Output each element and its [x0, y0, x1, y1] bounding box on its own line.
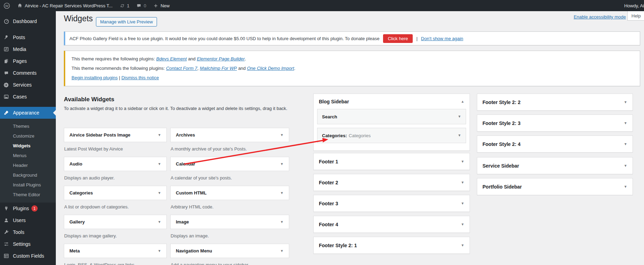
- menu-item-posts[interactable]: Posts: [0, 31, 56, 43]
- chevron-down-icon[interactable]: ▼: [461, 244, 464, 247]
- chevron-down-icon[interactable]: ▼: [158, 133, 161, 137]
- elementor-link[interactable]: Elementor Page Builder: [197, 56, 245, 61]
- new-label: New: [160, 3, 170, 8]
- submenu-item-theme-editor[interactable]: Theme Editor: [0, 190, 56, 199]
- menu-item-plugins[interactable]: Plugins 1: [0, 203, 56, 214]
- chevron-down-icon[interactable]: ▼: [280, 133, 284, 137]
- submenu-item-themes[interactable]: Themes: [0, 121, 56, 131]
- menu-item-comments[interactable]: Comments: [0, 67, 56, 79]
- home-icon: [17, 3, 23, 8]
- chevron-down-icon[interactable]: ▼: [158, 191, 161, 195]
- chevron-down-icon[interactable]: ▼: [624, 122, 627, 125]
- chevron-down-icon[interactable]: ▼: [624, 101, 627, 104]
- widget-gallery[interactable]: Gallery ▼: [64, 215, 167, 229]
- menu-label: Comments: [13, 70, 37, 76]
- blog-sidebar-toggle[interactable]: Blog Sidebar ▲: [314, 94, 470, 109]
- sidebar-toggle[interactable]: Footer Style 2: 3 ▼: [477, 115, 632, 132]
- mailchimp-link[interactable]: Mailchimp For WP: [200, 66, 237, 71]
- widget-airvice-sidebar-posts-image[interactable]: Airvice Sidebar Posts Image ▼: [64, 128, 167, 142]
- begin-installing-plugins-link[interactable]: Begin installing plugins: [72, 75, 118, 80]
- submenu-item-customize[interactable]: Customize: [0, 131, 56, 141]
- site-link[interactable]: Airvice - AC Repair Services WordPress T…: [14, 0, 116, 11]
- widget-image[interactable]: Image ▼: [170, 215, 289, 229]
- chevron-down-icon[interactable]: ▼: [461, 181, 464, 184]
- chevron-down-icon[interactable]: ▼: [624, 164, 627, 168]
- chevron-down-icon[interactable]: ▼: [158, 249, 161, 253]
- new-content-menu[interactable]: New: [150, 0, 173, 11]
- sidebar-toggle[interactable]: Footer 2 ▼: [314, 174, 470, 191]
- chevron-down-icon[interactable]: ▼: [458, 134, 461, 137]
- menu-item-dashboard[interactable]: Dashboard: [0, 15, 56, 27]
- chevron-down-icon[interactable]: ▼: [280, 191, 284, 195]
- notice-message: ACF Photo Gallery Field is a free to use…: [69, 36, 380, 41]
- comment-bubble-icon: [136, 3, 142, 8]
- sidebar-toggle[interactable]: Footer Style 2: 2 ▼: [477, 94, 632, 111]
- widget-description: Login, RSS, & WordPress.org links.: [64, 262, 167, 265]
- menu-item-custom-fields[interactable]: Custom Fields: [0, 250, 56, 262]
- chevron-down-icon[interactable]: ▼: [458, 115, 461, 118]
- bdevs-element-link[interactable]: Bdevs Element: [156, 56, 187, 61]
- sidebar-toggle[interactable]: Footer Style 2: 4 ▼: [477, 136, 632, 153]
- menu-item-settings[interactable]: Settings: [0, 238, 56, 250]
- donate-click-here-button[interactable]: Click here: [383, 34, 413, 43]
- widget-description: Displays an image.: [170, 233, 289, 238]
- admin-menu: Dashboard Posts Media Pages Comments: [0, 11, 56, 265]
- menu-item-pages[interactable]: Pages: [0, 55, 56, 67]
- chevron-down-icon[interactable]: ▼: [280, 249, 284, 253]
- menu-label: Plugins: [13, 206, 29, 211]
- chevron-down-icon[interactable]: ▼: [461, 202, 464, 205]
- dont-show-again-link[interactable]: Don't show me again: [421, 36, 463, 41]
- widget-categories[interactable]: Categories ▼: [64, 186, 167, 200]
- widget-navigation-menu[interactable]: Navigation Menu ▼: [170, 244, 289, 258]
- available-widgets-description: To activate a widget drag it to a sideba…: [64, 105, 293, 112]
- wordpress-logo-menu[interactable]: W: [0, 0, 14, 11]
- available-widget-cell: Archives ▼ A monthly archive of your sit…: [170, 128, 289, 152]
- widget-archives[interactable]: Archives ▼: [170, 128, 289, 142]
- chevron-down-icon[interactable]: ▼: [624, 142, 627, 146]
- placed-widget-categories[interactable]: Categories:Categories ▼: [317, 128, 466, 143]
- updates-menu[interactable]: 1: [116, 0, 133, 11]
- widget-custom-html[interactable]: Custom HTML ▼: [170, 186, 289, 200]
- available-widget-cell: Meta ▼ Login, RSS, & WordPress.org links…: [64, 244, 167, 265]
- widget-audio[interactable]: Audio ▼: [64, 157, 167, 171]
- manage-live-preview-button[interactable]: Manage with Live Preview: [96, 17, 157, 27]
- submenu-item-install-plugins[interactable]: Install Plugins: [0, 180, 56, 190]
- sidebar-toggle[interactable]: Portfolio Sidebar ▼: [477, 178, 632, 195]
- menu-item-appearance[interactable]: Appearance: [0, 107, 56, 119]
- contact-form-7-link[interactable]: Contact Form 7: [166, 66, 197, 71]
- widget-meta[interactable]: Meta ▼: [64, 244, 167, 258]
- placed-widget-search[interactable]: Search ▼: [317, 109, 466, 124]
- sidebar-toggle[interactable]: Service Sidebar ▼: [477, 157, 632, 174]
- menu-item-cases[interactable]: Cases: [0, 91, 56, 103]
- widget-calendar[interactable]: Calendar ▼: [170, 157, 289, 171]
- menu-label: Services: [13, 82, 32, 88]
- sidebar-toggle[interactable]: Footer 3 ▼: [314, 195, 470, 212]
- accessibility-mode-link[interactable]: Enable accessibility mode: [574, 14, 626, 20]
- submenu-item-header[interactable]: Header: [0, 160, 56, 170]
- comments-count: 0: [144, 3, 146, 8]
- sidebar-toggle[interactable]: Footer 4 ▼: [314, 216, 470, 233]
- chevron-down-icon[interactable]: ▼: [158, 162, 161, 166]
- chevron-down-icon[interactable]: ▼: [461, 160, 464, 163]
- menu-item-services[interactable]: Services: [0, 79, 56, 91]
- howdy-account-menu[interactable]: Howdy, Ai: [621, 0, 644, 11]
- chevron-down-icon[interactable]: ▼: [461, 223, 464, 226]
- chevron-down-icon[interactable]: ▼: [624, 185, 627, 189]
- help-tab[interactable]: Help: [627, 11, 644, 21]
- plugin-actions-line: Begin installing plugins | Dismiss this …: [72, 73, 636, 82]
- sidebar-toggle[interactable]: Footer 1 ▼: [314, 153, 470, 170]
- chevron-down-icon[interactable]: ▼: [280, 220, 284, 224]
- dismiss-notice-link[interactable]: Dismiss this notice: [121, 75, 159, 80]
- menu-item-users[interactable]: Users: [0, 214, 56, 226]
- menu-item-tools[interactable]: Tools: [0, 226, 56, 238]
- submenu-item-menus[interactable]: Menus: [0, 150, 56, 160]
- chevron-up-icon[interactable]: ▲: [461, 100, 464, 103]
- comments-menu[interactable]: 0: [133, 0, 150, 11]
- sidebar-toggle[interactable]: Footer Style 2: 1 ▼: [314, 237, 470, 254]
- submenu-item-background[interactable]: Background: [0, 170, 56, 180]
- chevron-down-icon[interactable]: ▼: [280, 162, 284, 166]
- menu-item-media[interactable]: Media: [0, 43, 56, 55]
- submenu-item-widgets[interactable]: Widgets: [0, 141, 56, 150]
- chevron-down-icon[interactable]: ▼: [158, 220, 161, 224]
- demo-import-link[interactable]: One Click Demo Import: [247, 66, 294, 71]
